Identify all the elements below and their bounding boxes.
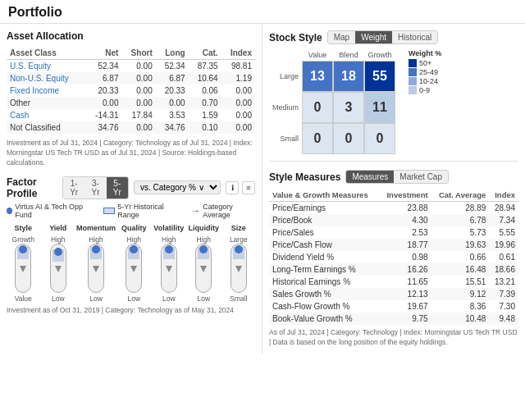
cell-long: 52.34 (156, 60, 189, 73)
measures-cell-investment: 9.75 (380, 313, 431, 325)
factor-fund-dot (130, 245, 138, 253)
weight-label: 50+ (419, 59, 431, 67)
tab-measures[interactable]: Measures (346, 171, 394, 183)
factor-bot-label: Low (127, 294, 140, 303)
style-cell: 11 (364, 92, 395, 123)
cell-cat: 1.59 (189, 109, 221, 121)
measures-row: Price/Cash Flow18.7719.6319.96 (269, 239, 518, 251)
category-dropdown[interactable]: vs. Category % ∨ (134, 180, 221, 194)
cell-long: 3.53 (156, 109, 189, 121)
factor-info-icon[interactable]: ℹ (226, 181, 239, 194)
measures-cell-investment: 0.98 (380, 251, 431, 263)
factor-cat-arrow (93, 266, 99, 272)
measures-cell-index: 7.39 (489, 288, 518, 300)
cell-cat: 0.06 (189, 84, 221, 97)
factor-top-label: High (197, 235, 211, 244)
factor-top-label: Large (230, 235, 248, 244)
tab-historical[interactable]: Historical (392, 31, 437, 43)
factor-col-label: Momentum (76, 224, 116, 232)
factor-tab-group[interactable]: 1-Yr 3-Yr 5-Yr (62, 176, 129, 199)
style-measures-tab-group[interactable]: Measures Market Cap (345, 170, 449, 184)
style-cell: 18 (333, 61, 364, 92)
measures-cell-index: 13.21 (489, 276, 518, 288)
measures-cell-index: 19.96 (489, 239, 518, 251)
asset-class-link[interactable]: Non-U.S. Equity (10, 74, 69, 83)
cell-net: 0.00 (85, 97, 121, 109)
tab-weight[interactable]: Weight (355, 31, 392, 43)
asset-class-link[interactable]: Cash (10, 111, 29, 120)
factor-col: VolatilityHighLow (153, 224, 186, 303)
cell-net: 20.33 (85, 84, 121, 97)
col-header-net: Net (85, 47, 121, 60)
weight-label: 10-24 (419, 77, 438, 85)
measures-row: Price/Sales2.535.735.55 (269, 226, 518, 239)
tab-map[interactable]: Map (328, 31, 355, 43)
factor-cat-arrow (55, 266, 62, 272)
factor-cat-arrow (130, 266, 137, 272)
tab-3yr[interactable]: 3-Yr (84, 177, 106, 199)
measures-cell-investment: 19.67 (380, 300, 431, 313)
measures-col-header-1: Value & Growth Measures (269, 189, 380, 202)
measures-cell-investment: 11.65 (380, 276, 431, 288)
col-header-growth: Growth (364, 49, 395, 61)
tab-5yr[interactable]: 5-Yr (107, 177, 128, 199)
factor-col: QualityHighLow (117, 224, 151, 303)
factor-col: SizeLargeSmall (222, 224, 256, 303)
cell-short: 17.84 (121, 109, 155, 121)
factor-fund-dot (165, 245, 173, 253)
cell-short: 0.00 (121, 60, 155, 73)
legend-label-fund: Virtus AI & Tech Opp Fund (15, 203, 93, 219)
measures-cell-cat_avg: 8.36 (431, 300, 490, 313)
factor-legend: Virtus AI & Tech Opp Fund 5-Yr Historica… (7, 203, 255, 219)
style-measures-title: Style Measures (269, 171, 340, 183)
measures-cell-cat_avg: 16.48 (431, 263, 490, 276)
table-row: Fixed Income20.330.0020.330.060.00 (7, 84, 255, 97)
col-header-cat: Cat. (189, 47, 221, 60)
tab-1yr[interactable]: 1-Yr (63, 177, 84, 199)
style-cell: 3 (333, 92, 364, 123)
cell-index: 0.00 (221, 97, 255, 109)
factor-col-label: Liquidity (189, 224, 220, 232)
cell-index: 1.19 (221, 72, 255, 84)
measures-cell-investment: 18.77 (380, 239, 431, 251)
measures-cell-cat_avg: 6.78 (431, 214, 490, 226)
cell-index: 0.00 (221, 109, 255, 121)
col-header-asset-class: Asset Class (7, 47, 85, 60)
style-grid-row: Medium0311 (269, 92, 395, 123)
measures-cell-cat_avg: 15.51 (431, 276, 490, 288)
weight-legend: Weight % 50+25-4910-240-9 (409, 49, 441, 154)
measures-cell-cat_avg: 5.73 (431, 226, 490, 239)
measures-cell-index: 9.48 (489, 313, 518, 325)
weight-legend-item: 25-49 (409, 68, 441, 76)
weight-legend-item: 50+ (409, 59, 441, 67)
factor-top-label: High (89, 235, 103, 244)
asset-class-link[interactable]: U.S. Equity (10, 62, 51, 71)
factor-top-label: High (162, 235, 176, 244)
factor-top-label: Growth (12, 235, 34, 244)
style-cell: 0 (364, 123, 395, 154)
style-measures-section: Style Measures Measures Market Cap Value… (269, 170, 518, 348)
table-row: Cash-14.3117.843.531.590.00 (7, 109, 255, 121)
weight-swatch (409, 77, 417, 85)
stock-style-tab-group[interactable]: Map Weight Historical (327, 30, 439, 44)
measures-cell-index: 0.61 (489, 251, 518, 263)
factor-bot-label: Low (52, 294, 65, 303)
cell-net: 34.76 (85, 121, 121, 134)
factor-list-icon[interactable]: ≡ (242, 181, 255, 194)
weight-legend-item: 10-24 (409, 77, 441, 85)
style-grid-row: Small000 (269, 123, 395, 154)
col-header-blend: Blend (333, 49, 364, 61)
asset-class-link[interactable]: Fixed Income (10, 86, 59, 95)
style-row-label: Large (269, 72, 302, 80)
table-row: Not Classified34.760.0034.760.100.00 (7, 121, 255, 134)
measures-cell-measure: Cash-Flow Growth % (269, 300, 380, 313)
style-cell: 55 (364, 61, 395, 92)
measures-cell-investment: 16.26 (380, 263, 431, 276)
measures-cell-cat_avg: 28.89 (431, 202, 490, 215)
cell-cat: 0.70 (189, 97, 221, 109)
tab-market-cap[interactable]: Market Cap (394, 171, 448, 183)
measures-cell-cat_avg: 10.48 (431, 313, 490, 325)
factor-fund-dot (235, 245, 243, 253)
factor-bot-label: Low (162, 294, 176, 303)
factor-col: MomentumHighLow (76, 224, 116, 303)
